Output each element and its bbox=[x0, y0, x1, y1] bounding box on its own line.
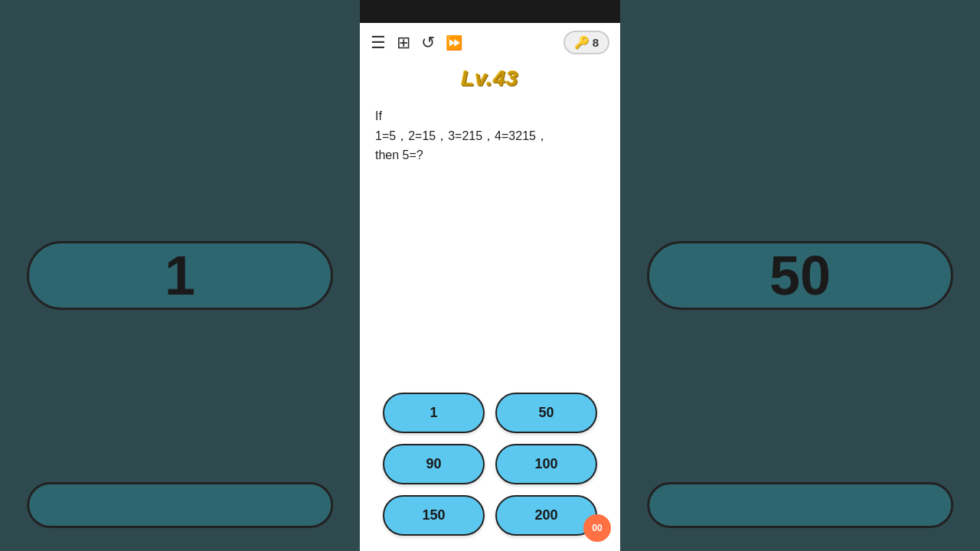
hamburger-icon[interactable] bbox=[371, 33, 386, 53]
question-line2: 1=5，2=15，3=215，4=3215， bbox=[375, 129, 548, 142]
key-count: 8 bbox=[593, 36, 599, 49]
level-title: Lv.43 bbox=[360, 62, 620, 99]
left-bottom-pill bbox=[27, 482, 333, 528]
toolbar: 🔑 8 bbox=[360, 23, 620, 62]
game-panel: 🔑 8 Lv.43 If 1=5，2=15，3=215，4=3215， then… bbox=[360, 0, 620, 551]
right-bottom-pill bbox=[647, 482, 953, 528]
right-background-panel: 50 bbox=[620, 0, 980, 551]
answer-button-1[interactable]: 1 bbox=[383, 393, 485, 433]
question-area: If 1=5，2=15，3=215，4=3215， then 5=? bbox=[360, 99, 620, 165]
key-icon: 🔑 bbox=[574, 35, 590, 50]
grid-icon[interactable] bbox=[397, 33, 410, 53]
answer-button-100[interactable]: 100 bbox=[495, 444, 597, 484]
left-background-panel: 1 bbox=[0, 0, 360, 551]
right-pill-text: 50 bbox=[769, 244, 831, 307]
answer-button-200[interactable]: 200 bbox=[495, 495, 597, 536]
answer-button-150[interactable]: 150 bbox=[383, 495, 485, 536]
fast-forward-icon[interactable] bbox=[446, 34, 462, 51]
key-badge[interactable]: 🔑 8 bbox=[564, 31, 609, 54]
answer-button-50[interactable]: 50 bbox=[495, 393, 597, 433]
answer-button-90[interactable]: 90 bbox=[383, 444, 485, 484]
left-pill: 1 bbox=[27, 241, 333, 310]
answer-grid: 1 50 90 100 150 200 bbox=[360, 370, 620, 551]
question-line3: then 5=? bbox=[375, 148, 423, 161]
left-pill-text: 1 bbox=[165, 244, 195, 307]
question-line1: If bbox=[375, 109, 382, 122]
right-pill: 50 bbox=[647, 241, 953, 310]
float-button[interactable]: 00 bbox=[583, 514, 611, 542]
refresh-icon[interactable] bbox=[421, 33, 435, 53]
top-bar bbox=[360, 0, 620, 23]
